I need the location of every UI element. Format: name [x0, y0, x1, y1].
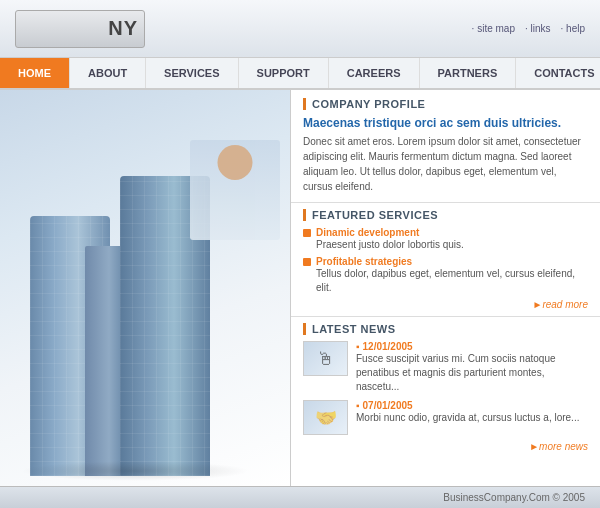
- left-panel: www.○○○○○.com: [0, 90, 290, 486]
- featured-services-title: FEATURED SERVICES: [312, 209, 438, 221]
- person-body: [208, 185, 263, 240]
- footer-text: BusinessCompany.Com © 2005: [443, 492, 585, 503]
- nav-item-partners[interactable]: PARTNERS: [420, 58, 517, 88]
- latest-news-title: LATEST NEWS: [312, 323, 396, 335]
- logo-text: NY: [108, 17, 138, 40]
- news-text-2: Morbi nunc odio, gravida at, cursus luct…: [356, 411, 579, 425]
- company-profile-section: COMPANY PROFILE Maecenas tristique orci …: [291, 90, 600, 203]
- service-text-2: Tellus dolor, dapibus eget, elementum ve…: [316, 267, 588, 295]
- company-profile-title: COMPANY PROFILE: [312, 98, 425, 110]
- ground-shadow: [20, 461, 250, 481]
- service-title-1: Dinamic development: [316, 227, 464, 238]
- header: NY · site map · links · help: [0, 0, 600, 58]
- service-bullet-1: [303, 229, 311, 237]
- company-profile-header: COMPANY PROFILE: [303, 98, 588, 110]
- featured-services-header: FEATURED SERVICES: [303, 209, 588, 221]
- help-link[interactable]: · help: [561, 23, 585, 34]
- nav-item-home[interactable]: HOME: [0, 58, 70, 88]
- news-item-1: 12/01/2005 Fusce suscipit varius mi. Cum…: [303, 341, 588, 394]
- service-bullet-2: [303, 258, 311, 266]
- service-content-2: Profitable strategies Tellus dolor, dapi…: [316, 256, 588, 295]
- news-thumbnail-2: [303, 400, 348, 435]
- service-content-1: Dinamic development Praesent justo dolor…: [316, 227, 464, 252]
- nav-item-support[interactable]: SUPPORT: [239, 58, 329, 88]
- right-panel: COMPANY PROFILE Maecenas tristique orci …: [290, 90, 600, 486]
- company-profile-text: Donec sit amet eros. Lorem ipsum dolor s…: [303, 134, 588, 194]
- read-more-link[interactable]: ►read more: [303, 299, 588, 310]
- sitemap-link[interactable]: · site map: [472, 23, 515, 34]
- person-image: [190, 140, 280, 240]
- latest-news-section: LATEST NEWS 12/01/2005 Fusce suscipit va…: [291, 317, 600, 458]
- building-mid: [85, 246, 125, 476]
- nav-item-about[interactable]: ABOUT: [70, 58, 146, 88]
- person-face: [218, 145, 253, 180]
- service-item-2: Profitable strategies Tellus dolor, dapi…: [303, 256, 588, 295]
- service-title-2: Profitable strategies: [316, 256, 588, 267]
- links-link[interactable]: · links: [525, 23, 551, 34]
- news-date-1: 12/01/2005: [356, 341, 588, 352]
- nav-item-contacts[interactable]: CONTACTS: [516, 58, 600, 88]
- nav-item-careers[interactable]: CAREERS: [329, 58, 420, 88]
- news-content-2: 07/01/2005 Morbi nunc odio, gravida at, …: [356, 400, 579, 425]
- nav-item-services[interactable]: SERVICES: [146, 58, 238, 88]
- more-news-link[interactable]: ►more news: [303, 441, 588, 452]
- service-text-1: Praesent justo dolor lobortis quis.: [316, 238, 464, 252]
- main-nav: HOME ABOUT SERVICES SUPPORT CAREERS PART…: [0, 58, 600, 90]
- logo-area: NY: [15, 10, 145, 48]
- service-item-1: Dinamic development Praesent justo dolor…: [303, 227, 588, 252]
- header-links: · site map · links · help: [472, 23, 585, 34]
- main-content: www.○○○○○.com COMPANY PROFILE Maecenas t…: [0, 90, 600, 486]
- news-content-1: 12/01/2005 Fusce suscipit varius mi. Cum…: [356, 341, 588, 394]
- news-item-2: 07/01/2005 Morbi nunc odio, gravida at, …: [303, 400, 588, 435]
- latest-news-header: LATEST NEWS: [303, 323, 588, 335]
- news-date-2: 07/01/2005: [356, 400, 579, 411]
- logo-box: NY: [15, 10, 145, 48]
- footer: BusinessCompany.Com © 2005: [0, 486, 600, 508]
- company-profile-heading: Maecenas tristique orci ac sem duis ultr…: [303, 116, 588, 130]
- news-text-1: Fusce suscipit varius mi. Cum sociis nat…: [356, 352, 588, 394]
- featured-services-section: FEATURED SERVICES Dinamic development Pr…: [291, 203, 600, 317]
- news-thumbnail-1: [303, 341, 348, 376]
